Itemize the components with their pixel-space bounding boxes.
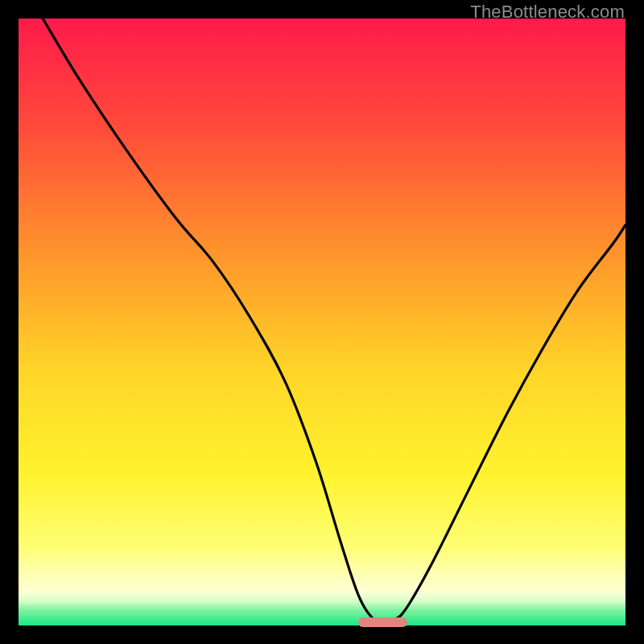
watermark-text: TheBottleneck.com [470,2,625,23]
plot-area [19,19,625,625]
plot-frame [19,19,625,625]
gradient-background [19,19,625,625]
optimal-range-marker [358,617,407,627]
